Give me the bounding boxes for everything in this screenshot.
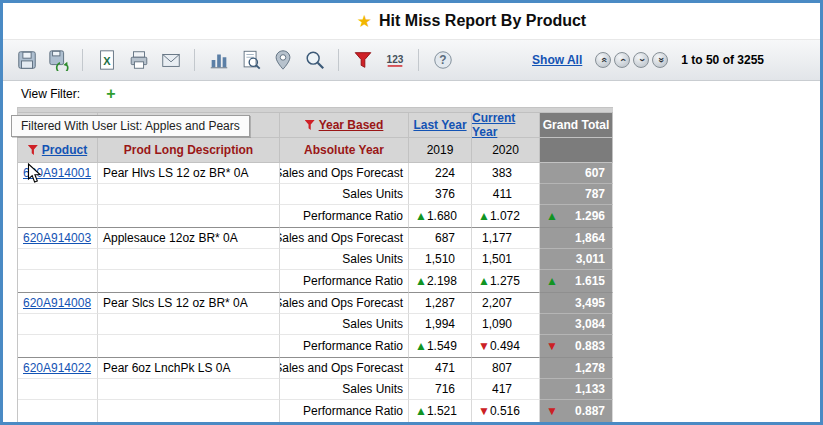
table-row: 620A914001 Pear Hlvs LS 12 oz BR* 0A Sal…	[18, 163, 613, 184]
print-icon[interactable]	[125, 47, 152, 74]
product-cell: 620A914022	[18, 358, 98, 379]
filter-icon[interactable]	[349, 47, 376, 74]
current-year-link[interactable]: Current Year	[472, 111, 539, 139]
toolbar: X 123 ? Show All	[3, 40, 820, 81]
measure-label: Sales and Ops Forecast	[280, 228, 409, 249]
last-year-value: 2.198	[409, 270, 472, 293]
measure-label: Sales Units	[280, 249, 409, 270]
table-row: Performance Ratio 1.521 0.516 0.887	[18, 400, 613, 423]
trend-arrow-icon	[546, 275, 558, 287]
product-group: 620A914008 Pear Slcs LS 12 oz BR* 0A Sal…	[18, 293, 613, 358]
numbers-icon[interactable]: 123	[381, 47, 408, 74]
current-year-header: Current Year	[472, 113, 540, 138]
nav-first-button[interactable]: «	[595, 52, 611, 68]
product-link[interactable]: 620A914022	[23, 361, 91, 375]
measure-label: Sales Units	[280, 184, 409, 205]
last-year-value: 716	[409, 379, 472, 400]
last-year-value: 1,994	[409, 314, 472, 335]
table-row: 620A914022 Pear 6oz LnchPk LS 0A Sales a…	[18, 358, 613, 379]
export-excel-icon[interactable]: X	[93, 47, 120, 74]
nav-up-button[interactable]: ‹	[614, 52, 630, 68]
year-2019-header: 2019	[409, 138, 472, 163]
product-description: Pear Slcs LS 12 oz BR* 0A	[98, 293, 280, 314]
grand-total-value: 607	[540, 163, 613, 184]
product-header-link[interactable]: Product	[42, 143, 87, 157]
last-year-value: 1,287	[409, 293, 472, 314]
ratio-value: 0.883	[575, 339, 605, 353]
table-row: 620A914003 Applesauce 12oz BR* 0A Sales …	[18, 228, 613, 249]
trend-arrow-icon	[415, 340, 427, 352]
print-preview-icon[interactable]	[237, 47, 264, 74]
add-filter-button[interactable]: +	[106, 86, 115, 102]
last-year-link[interactable]: Last Year	[413, 118, 466, 132]
save-settings-icon[interactable]	[45, 47, 72, 74]
filter-icon[interactable]	[28, 145, 38, 155]
table-row: Sales Units 376 411 787	[18, 184, 613, 205]
last-year-value: 224	[409, 163, 472, 184]
grand-total-value: 3,084	[540, 314, 613, 335]
ratio-value: 1.296	[575, 209, 605, 223]
measure-label: Performance Ratio	[280, 205, 409, 228]
product-cell: 620A914003	[18, 228, 98, 249]
page-title: Hit Miss Report By Product	[379, 12, 586, 30]
current-year-value: 1,090	[472, 314, 540, 335]
empty-cell	[98, 270, 280, 293]
product-link[interactable]: 620A914001	[23, 166, 91, 180]
empty-cell	[98, 335, 280, 358]
measure-label: Performance Ratio	[280, 270, 409, 293]
empty-cell	[18, 270, 98, 293]
save-icon[interactable]	[13, 47, 40, 74]
help-glyph: ?	[439, 53, 446, 67]
ratio-value: 1.680	[427, 209, 457, 223]
empty-cell	[98, 400, 280, 423]
grand-total-value: 1.615	[540, 270, 613, 293]
trend-arrow-icon	[546, 405, 558, 417]
product-link[interactable]: 620A914003	[23, 231, 91, 245]
trend-arrow-icon	[478, 210, 490, 222]
grand-total-value: 3,011	[540, 249, 613, 270]
grand-total-value: 0.883	[540, 335, 613, 358]
trend-arrow-icon	[478, 275, 490, 287]
last-year-value: 471	[409, 358, 472, 379]
current-year-value: 0.494	[472, 335, 540, 358]
toolbar-separator	[82, 49, 83, 71]
ratio-value: 1.072	[490, 209, 520, 223]
nav-last-button[interactable]: »	[652, 52, 668, 68]
empty-cell	[18, 379, 98, 400]
star-icon: ★	[357, 13, 372, 30]
grand-total-value: 3,495	[540, 293, 613, 314]
grand-total-value: 1,278	[540, 358, 613, 379]
map-pin-icon[interactable]	[269, 47, 296, 74]
ratio-value: 0.494	[490, 339, 520, 353]
measure-label: Sales and Ops Forecast	[280, 293, 409, 314]
trend-arrow-icon	[546, 210, 558, 222]
ratio-value: 1.615	[575, 274, 605, 288]
show-all-link[interactable]: Show All	[532, 53, 582, 67]
current-year-value: 1,501	[472, 249, 540, 270]
ratio-value: 1.549	[427, 339, 457, 353]
table-row: Sales Units 1,510 1,501 3,011	[18, 249, 613, 270]
product-link[interactable]: 620A914008	[23, 296, 91, 310]
email-icon[interactable]	[157, 47, 184, 74]
nav-down-button[interactable]: ›	[633, 52, 649, 68]
product-description: Applesauce 12oz BR* 0A	[98, 228, 280, 249]
empty-cell	[98, 184, 280, 205]
trend-arrow-icon	[415, 210, 427, 222]
chart-icon[interactable]	[205, 47, 232, 74]
zoom-icon[interactable]	[301, 47, 328, 74]
filter-icon[interactable]	[305, 120, 315, 130]
last-year-value: 1,510	[409, 249, 472, 270]
help-icon[interactable]: ?	[429, 47, 456, 74]
empty-header-cell	[540, 138, 613, 163]
numbers-glyph: 123	[386, 54, 403, 65]
measure-label: Performance Ratio	[280, 335, 409, 358]
grand-total-header: Grand Total	[540, 113, 613, 138]
view-filter-bar: View Filter: +	[3, 81, 820, 107]
empty-cell	[98, 379, 280, 400]
toolbar-separator	[194, 49, 195, 71]
absolute-year-header: Absolute Year	[280, 138, 409, 163]
current-year-value: 411	[472, 184, 540, 205]
product-group: 620A914022 Pear 6oz LnchPk LS 0A Sales a…	[18, 358, 613, 423]
grand-total-value: 0.887	[540, 400, 613, 423]
year-based-link[interactable]: Year Based	[319, 118, 384, 132]
